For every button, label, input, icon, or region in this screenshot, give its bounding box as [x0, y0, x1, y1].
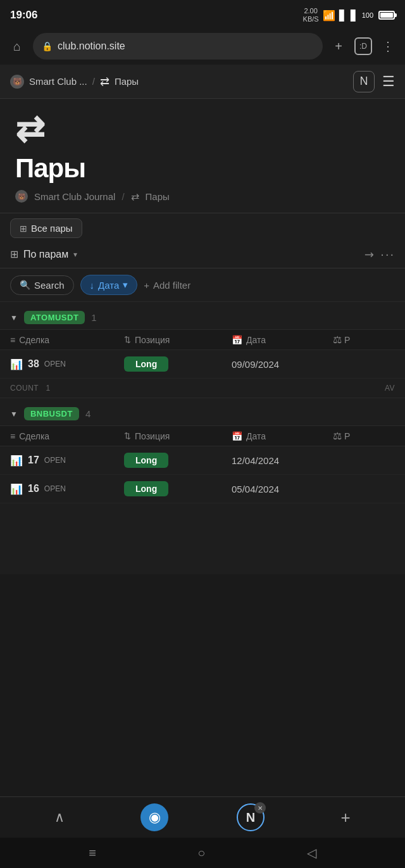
- view-tab-icon: ⊞: [20, 223, 27, 234]
- page-title: Пары: [0, 147, 405, 187]
- sort-icon: ⇅: [124, 335, 131, 344]
- col-date-header: 📅 Дата: [232, 335, 333, 345]
- add-filter-label: Add filter: [153, 280, 190, 291]
- deal-status-17: OPEN: [44, 456, 66, 465]
- breadcrumb-page-label: Пары: [115, 76, 139, 87]
- group-chevron-icon-bnb[interactable]: ▼: [10, 410, 18, 418]
- calendar-icon-bnb: 📅: [232, 431, 242, 441]
- breadcrumb[interactable]: 🐻 Smart Club ... / ⇄ Пары: [10, 75, 139, 89]
- search-icon: 🔍: [20, 280, 30, 290]
- position-badge-16: Long: [124, 481, 168, 496]
- sub-separator: /: [122, 191, 124, 202]
- group-count-bnbusdt: 4: [85, 408, 90, 419]
- android-menu-button[interactable]: ≡: [89, 846, 96, 860]
- view-tab-label: Все пары: [31, 223, 73, 234]
- search-filter[interactable]: 🔍 Search: [10, 275, 74, 295]
- more-button[interactable]: ⋮: [378, 37, 397, 56]
- url-text: club.notion.site: [58, 41, 125, 52]
- bottom-nav: ∧ ◉ N ✕ + ≡ ○ ◁: [0, 796, 405, 868]
- view-tab[interactable]: ⊞ Все пары: [10, 218, 82, 238]
- cell-date-1: 09/09/2024: [232, 359, 333, 370]
- breadcrumb-home-icon: 🐻: [10, 75, 24, 89]
- notion-logo-button[interactable]: N: [353, 71, 375, 92]
- android-back-button[interactable]: ◁: [307, 845, 316, 860]
- sort-icon-bnb: ⇅: [124, 431, 131, 441]
- sub-home-icon: 🐻: [15, 190, 28, 203]
- extra-col-label-bnb: Р: [344, 431, 350, 441]
- filter-bar: 🔍 Search ↓ Дата ▾ + Add filter: [0, 268, 405, 302]
- table-icon: ⊞: [10, 248, 18, 260]
- status-time: 19:06: [10, 9, 37, 22]
- nav-actions: N ☰: [353, 71, 395, 92]
- bear-emoji: 🐻: [13, 77, 22, 86]
- sub-home-label: Smart Club Journal: [34, 191, 115, 202]
- chart-icon-17: 📊: [10, 455, 23, 467]
- page-icon: ⇄: [15, 111, 390, 147]
- page-icon-area: ⇄: [0, 99, 405, 147]
- group-badge-atomusdt: ATOMUSDT: [24, 311, 85, 324]
- table-row-16[interactable]: 📊 16 OPEN Long 05/04/2024: [0, 475, 405, 503]
- add-icon: +: [340, 808, 350, 827]
- add-filter[interactable]: + Add filter: [144, 280, 190, 291]
- chart-icon-16: 📊: [10, 483, 23, 495]
- col-deal-header-bnb: ≡ Сделка: [10, 431, 124, 441]
- hamburger-button[interactable]: ☰: [382, 73, 395, 90]
- table-row[interactable]: 📊 38 OPEN Long 09/09/2024: [0, 350, 405, 379]
- table-header-bnbusdt: ≡ Сделка ⇅ Позиция 📅 Дата ⚖ Р: [0, 425, 405, 446]
- nav-tab-icon[interactable]: ◉: [140, 803, 168, 831]
- home-button[interactable]: ⌂: [8, 37, 27, 56]
- table-row-17[interactable]: 📊 17 OPEN Long 12/04/2024: [0, 446, 405, 475]
- group-chevron-icon[interactable]: ▼: [10, 313, 18, 322]
- nav-notion-button[interactable]: N ✕: [237, 803, 265, 831]
- group-header-atomusdt: ▼ ATOMUSDT 1: [0, 302, 405, 329]
- deal-col-label-bnb: Сделка: [19, 431, 49, 441]
- date-filter[interactable]: ↓ Дата ▾: [80, 275, 138, 295]
- battery-icon: [378, 11, 395, 20]
- count-row-atomusdt: COUNT 1 AV: [0, 379, 405, 398]
- nav-back-button[interactable]: ∧: [47, 805, 72, 830]
- close-icon: ✕: [258, 805, 263, 812]
- battery-label: 100: [362, 11, 373, 19]
- tab-label: :D: [359, 42, 367, 51]
- date-filter-label: Дата: [98, 280, 119, 291]
- breadcrumb-home-label: Smart Club ...: [29, 76, 87, 87]
- signal-icon-2: ▋: [351, 9, 358, 22]
- group-badge-bnbusdt: BNBUSDT: [24, 407, 79, 420]
- balance-icon: ⚖: [333, 334, 342, 346]
- deal-number: 38: [28, 358, 39, 370]
- nav-notion-logo: N: [246, 810, 255, 825]
- view-selector-area: ⊞ Все пары: [0, 213, 405, 243]
- position-col-label: Позиция: [135, 335, 170, 345]
- sub-shuffle-icon: ⇄: [131, 191, 139, 203]
- date-col-label: Дата: [246, 335, 266, 345]
- col-deal-header: ≡ Сделка: [10, 335, 124, 345]
- position-badge: Long: [124, 356, 168, 372]
- deal-status-16: OPEN: [44, 484, 66, 493]
- nav-close-badge: ✕: [254, 802, 266, 814]
- nav-add-button[interactable]: +: [333, 805, 358, 830]
- group-count-atomusdt: 1: [91, 312, 96, 323]
- tab-circle-icon: ◉: [149, 809, 161, 826]
- date-arrow-icon: ↓: [90, 280, 95, 291]
- page-subbreadcrumb: 🐻 Smart Club Journal / ⇄ Пары: [0, 187, 405, 213]
- date-col-label-bnb: Дата: [246, 431, 266, 441]
- cell-position-16: Long: [124, 481, 232, 496]
- url-bar[interactable]: 🔒 club.notion.site: [33, 33, 323, 60]
- resize-icon[interactable]: ↗: [361, 246, 378, 262]
- col-extra-header: ⚖ Р: [333, 334, 350, 346]
- calendar-icon: 📅: [232, 335, 242, 345]
- cell-date-16: 05/04/2024: [232, 484, 333, 494]
- breadcrumb-separator: /: [92, 76, 95, 87]
- browser-nav-bar: ∧ ◉ N ✕ +: [0, 797, 405, 838]
- tab-button[interactable]: :D: [354, 37, 372, 55]
- android-home-button[interactable]: ○: [197, 846, 205, 860]
- view-chevron-icon[interactable]: ▾: [73, 250, 77, 259]
- more-options-icon[interactable]: ···: [380, 247, 395, 261]
- plus-button[interactable]: +: [329, 37, 348, 56]
- toolbar: ⊞ По парам ▾ ↗ ···: [0, 243, 405, 268]
- browser-actions: + :D ⋮: [329, 37, 397, 56]
- extra-col-label: Р: [344, 335, 350, 345]
- sub-page-label: Пары: [146, 191, 170, 202]
- network-speed: 2.00 KB/S: [303, 7, 319, 23]
- group-header-bnbusdt: ▼ BNBUSDT 4: [0, 398, 405, 425]
